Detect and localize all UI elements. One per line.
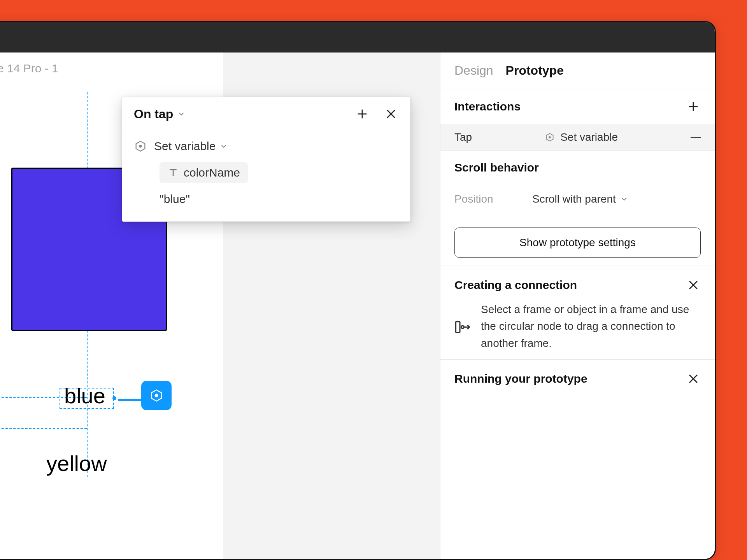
variable-icon	[545, 132, 555, 142]
variable-pill[interactable]: colorName	[160, 162, 248, 183]
properties-panel: Design Prototype Interactions Tap	[440, 52, 715, 559]
svg-point-7	[139, 145, 141, 147]
show-prototype-settings-button[interactable]: Show prototype settings	[454, 228, 701, 258]
add-action-button[interactable]	[355, 107, 370, 121]
prototype-variable-node[interactable]	[141, 381, 172, 410]
chevron-down-icon	[177, 110, 186, 118]
popover-trigger-dropdown[interactable]: On tap	[134, 107, 186, 121]
close-icon	[687, 278, 700, 292]
interaction-action-label: Set variable	[560, 131, 618, 144]
prototype-connection-handle[interactable]	[112, 396, 116, 400]
help-title-running: Running your prototype	[454, 372, 587, 385]
close-popover-button[interactable]	[384, 107, 398, 121]
add-interaction-button[interactable]	[686, 99, 701, 114]
frame-label[interactable]: hone 14 Pro - 1	[0, 62, 58, 75]
dismiss-help-button[interactable]	[686, 371, 701, 386]
chevron-down-icon	[620, 195, 628, 203]
remove-interaction-button[interactable]	[691, 137, 701, 138]
interaction-row[interactable]: Tap Set variable	[440, 124, 715, 150]
close-icon	[384, 107, 398, 121]
alignment-guide-horizontal	[0, 428, 87, 429]
tab-design[interactable]: Design	[454, 63, 493, 78]
plus-icon	[356, 107, 369, 121]
close-icon	[687, 372, 700, 385]
svg-point-13	[549, 136, 551, 138]
prototype-connection-line	[118, 399, 141, 401]
interaction-trigger-label: Tap	[454, 131, 472, 144]
scroll-behavior-heading: Scroll behavior	[454, 161, 539, 174]
variable-icon	[134, 140, 147, 153]
position-dropdown[interactable]: Scroll with parent	[532, 193, 628, 205]
variable-value[interactable]: "blue"	[160, 192, 398, 206]
svg-point-17	[461, 326, 464, 329]
position-label: Position	[454, 193, 524, 205]
action-type-dropdown[interactable]: Set variable	[134, 140, 398, 153]
interaction-popover: On tap	[122, 97, 410, 222]
interactions-heading: Interactions	[454, 100, 521, 113]
dismiss-help-button[interactable]	[686, 278, 701, 292]
help-title-connection: Creating a connection	[454, 278, 577, 292]
connection-icon	[454, 303, 471, 352]
chevron-down-icon	[219, 142, 228, 150]
plus-icon	[687, 100, 700, 113]
svg-rect-16	[456, 322, 460, 332]
text-type-icon	[167, 167, 179, 178]
canvas-text-yellow[interactable]: yellow	[46, 451, 107, 476]
svg-point-1	[155, 394, 158, 397]
canvas-text-blue[interactable]: blue	[64, 383, 105, 408]
tab-prototype[interactable]: Prototype	[506, 63, 564, 78]
titlebar	[0, 22, 715, 52]
canvas[interactable]: hone 14 Pro - 1 blue yellow	[0, 52, 440, 559]
help-text-connection: Select a frame or object in a frame and …	[481, 301, 701, 352]
app-window: hone 14 Pro - 1 blue yellow	[0, 21, 716, 560]
